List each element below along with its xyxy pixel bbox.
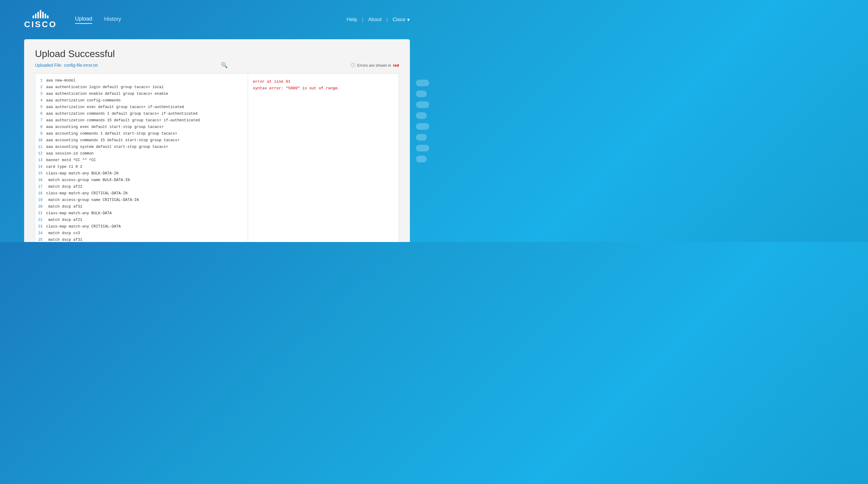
- line-code: class-map match-any CRITICAL-DATA-IN: [46, 190, 127, 197]
- line-number: 16: [35, 177, 46, 183]
- info-icon: ⓘ: [351, 62, 355, 68]
- line-number: 2: [35, 84, 46, 90]
- table-row: 3aaa authentication enable default group…: [35, 90, 248, 97]
- table-row: 20 match dscp af31: [35, 203, 248, 210]
- line-number: 8: [35, 124, 46, 130]
- line-number: 13: [35, 157, 46, 164]
- deco-bar: [416, 112, 427, 119]
- line-code: aaa authorization commands 15 default gr…: [46, 117, 200, 124]
- line-code: class-map match-any CRITICAL-DATA: [46, 223, 121, 230]
- table-row: 5aaa authorization exec default group ta…: [35, 104, 248, 110]
- deco-bar: [416, 156, 427, 162]
- deco-bar: [416, 123, 429, 130]
- cisco-bar: [40, 10, 41, 19]
- table-row: 10aaa accounting commands 15 default sta…: [35, 137, 248, 144]
- line-code: aaa accounting exec default start-stop g…: [46, 124, 164, 130]
- table-row: 7aaa authorization commands 15 default g…: [35, 117, 248, 124]
- error-line-1: error at line 61: [253, 79, 394, 85]
- line-number: 20: [35, 203, 46, 210]
- table-row: 23class-map match-any CRITICAL-DATA: [35, 223, 248, 230]
- cisco-bar: [35, 13, 36, 19]
- line-number: 22: [35, 217, 46, 223]
- line-code: aaa authorization config-commands: [46, 97, 121, 104]
- table-row: 21class-map match-any BULK-DATA: [35, 210, 248, 217]
- cisco-bar: [44, 13, 46, 19]
- line-code: aaa authentication login default group t…: [46, 84, 164, 90]
- error-notice: ⓘ Errors are shown in red: [351, 62, 399, 68]
- table-row: 14card type t1 0 2: [35, 164, 248, 170]
- line-code: match dscp af21: [46, 183, 82, 190]
- line-number: 10: [35, 137, 46, 144]
- error-notice-prefix: Errors are shown in: [357, 63, 391, 67]
- line-code: card type t1 0 2: [46, 164, 82, 170]
- line-code: aaa accounting commands 15 default start…: [46, 137, 180, 144]
- deco-bar: [416, 90, 427, 97]
- line-number: 24: [35, 230, 46, 236]
- table-row: 16 match access-group name BULK-DATA-IN: [35, 177, 248, 183]
- line-number: 23: [35, 223, 46, 230]
- table-row: 2aaa authentication login default group …: [35, 84, 248, 90]
- nav-upload[interactable]: Upload: [75, 16, 92, 24]
- line-code: match dscp cs3: [46, 230, 80, 236]
- deco-bar: [416, 134, 427, 141]
- line-code: banner motd ^CC "" ^CC: [46, 157, 96, 164]
- line-number: 11: [35, 144, 46, 150]
- error-panel: error at line 61 syntax error: "5000" is…: [248, 74, 399, 242]
- main-card: Upload Successful Uploaded File: config-…: [24, 39, 410, 242]
- table-row: 9aaa accounting commands 1 default start…: [35, 130, 248, 137]
- card-title: Upload Successful: [35, 48, 399, 59]
- line-code: aaa new-model: [46, 77, 76, 84]
- line-code: aaa authorization commands 1 default gro…: [46, 110, 198, 117]
- table-row: 1aaa new-model: [35, 77, 248, 84]
- header-right: Help | About | Cisco: [347, 17, 410, 23]
- deco-bar: [416, 145, 429, 151]
- line-number: 1: [35, 77, 46, 84]
- search-icon[interactable]: 🔍: [221, 62, 227, 68]
- code-panel: 1aaa new-model2aaa authentication login …: [35, 74, 248, 242]
- line-number: 7: [35, 117, 46, 124]
- nav-history[interactable]: History: [104, 16, 121, 24]
- cisco-dropdown-label: Cisco: [393, 17, 405, 23]
- table-row: 6aaa authorization commands 1 default gr…: [35, 110, 248, 117]
- line-number: 12: [35, 150, 46, 157]
- cisco-dropdown[interactable]: Cisco: [393, 17, 410, 23]
- cisco-bar: [47, 16, 49, 19]
- main-nav: Upload History: [75, 16, 121, 24]
- table-row: 17 match dscp af21: [35, 183, 248, 190]
- table-row: 18class-map match-any CRITICAL-DATA-IN: [35, 190, 248, 197]
- file-info-row: Uploaded File: config-file-error.txt 🔍 ⓘ…: [35, 62, 399, 68]
- table-row: 19 match access-group name CRITICAL-DATA…: [35, 197, 248, 203]
- table-row: 25 match dscp af31: [35, 236, 248, 242]
- line-number: 5: [35, 104, 46, 110]
- about-link[interactable]: About: [368, 17, 381, 23]
- line-number: 18: [35, 190, 46, 197]
- table-row: 13banner motd ^CC "" ^CC: [35, 157, 248, 164]
- line-code: aaa authentication enable default group …: [46, 90, 168, 97]
- cisco-bars-icon: [33, 10, 49, 19]
- line-code: match dscp af31: [46, 236, 82, 242]
- separator: |: [362, 17, 363, 23]
- chevron-down-icon: [407, 17, 410, 23]
- line-number: 15: [35, 170, 46, 177]
- cisco-bar: [37, 12, 39, 19]
- separator: |: [386, 17, 388, 23]
- error-color-word: red: [393, 63, 399, 67]
- header: Cisco Upload History Help | About | Cisc…: [0, 0, 434, 39]
- line-code: class-map match-any BULK-DATA: [46, 210, 112, 217]
- logo-area: Cisco: [24, 10, 57, 29]
- table-row: 4aaa authorization config-commands: [35, 97, 248, 104]
- deco-bar: [416, 80, 429, 86]
- table-row: 8aaa accounting exec default start-stop …: [35, 124, 248, 130]
- line-code: match dscp af31: [46, 203, 82, 210]
- line-code: aaa accounting system default start-stop…: [46, 144, 168, 150]
- uploaded-file-label: Uploaded File:: [35, 63, 62, 67]
- help-link[interactable]: Help: [347, 17, 357, 23]
- line-code: aaa authorization exec default group tac…: [46, 104, 184, 110]
- uploaded-file-name: config-file-error.txt: [64, 63, 98, 67]
- table-row: 11aaa accounting system default start-st…: [35, 144, 248, 150]
- line-code: aaa session-id common: [46, 150, 94, 157]
- line-number: 4: [35, 97, 46, 104]
- cisco-logo: Cisco: [24, 10, 57, 29]
- cisco-bar: [33, 16, 34, 19]
- line-number: 19: [35, 197, 46, 203]
